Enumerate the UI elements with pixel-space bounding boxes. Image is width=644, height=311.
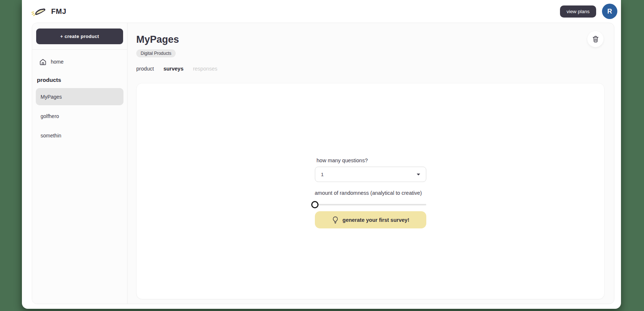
sidebar-item-somethin[interactable]: somethin xyxy=(36,127,123,144)
main-content: MyPages Digital Products product surveys… xyxy=(127,23,614,304)
products-heading: products xyxy=(37,77,123,83)
delete-product-button[interactable] xyxy=(587,31,603,47)
tab-bar: product surveys responses xyxy=(136,66,605,72)
sidebar-item-home[interactable]: home xyxy=(36,55,123,69)
app-window: FMJ view plans R + create product h xyxy=(22,0,621,309)
create-product-section: + create product xyxy=(32,23,127,50)
product-type-badge: Digital Products xyxy=(136,49,176,57)
generate-survey-button[interactable]: generate your first survey! xyxy=(315,211,426,228)
questions-count-value: 1 xyxy=(321,172,324,177)
brand-name: FMJ xyxy=(51,7,66,16)
view-plans-button[interactable]: view plans xyxy=(560,5,596,18)
create-product-button[interactable]: + create product xyxy=(36,29,123,44)
caret-down-icon xyxy=(416,173,420,176)
randomness-slider-thumb[interactable] xyxy=(311,201,319,208)
lightbulb-icon xyxy=(332,216,339,224)
sidebar-item-golfhero[interactable]: golfhero xyxy=(36,107,123,125)
questions-count-label: how many questions? xyxy=(315,158,426,163)
tab-surveys[interactable]: surveys xyxy=(163,66,183,72)
bullet-icon xyxy=(30,5,47,18)
sidebar-item-label: golfhero xyxy=(41,113,59,119)
avatar[interactable]: R xyxy=(602,4,617,19)
sidebar-nav: home products MyPages golfhero somethin xyxy=(32,50,127,144)
page-title: MyPages xyxy=(136,34,605,45)
survey-generator-form: how many questions? 1 amount of randomne… xyxy=(315,158,426,228)
content-panel: + create product home products MyPages xyxy=(32,23,614,304)
tab-product[interactable]: product xyxy=(136,66,154,72)
questions-count-select[interactable]: 1 xyxy=(315,167,426,182)
sidebar-item-mypages[interactable]: MyPages xyxy=(36,88,123,105)
randomness-slider-track[interactable] xyxy=(315,204,426,205)
tab-responses[interactable]: responses xyxy=(193,66,217,72)
generate-survey-label: generate your first survey! xyxy=(343,217,409,223)
sidebar-item-label: somethin xyxy=(41,133,61,139)
top-bar: FMJ view plans R xyxy=(22,0,621,23)
surveys-card: how many questions? 1 amount of randomne… xyxy=(136,83,605,299)
sidebar-item-label: home xyxy=(51,59,64,65)
home-icon xyxy=(39,58,47,66)
sidebar-item-label: MyPages xyxy=(41,94,62,100)
brand[interactable]: FMJ xyxy=(30,5,66,18)
trash-icon xyxy=(592,35,599,43)
sidebar: + create product home products MyPages xyxy=(32,23,127,304)
randomness-slider[interactable] xyxy=(315,201,426,208)
randomness-label: amount of randomness (analytical to crea… xyxy=(315,190,426,196)
